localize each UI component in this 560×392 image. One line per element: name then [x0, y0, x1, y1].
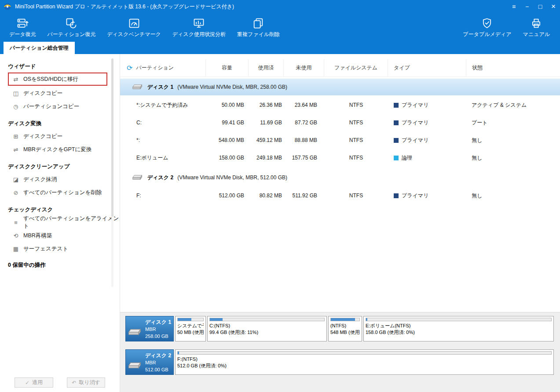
sidebar-section-wizard: ウィザード	[8, 63, 120, 70]
header-status: 状態	[466, 59, 560, 76]
toolbar-disk-usage-analysis[interactable]: ディスク使用状況分析	[167, 13, 231, 42]
sidebar-item-label: ディスク抹消	[23, 176, 57, 183]
primary-type-square	[394, 120, 399, 125]
sidebar-item-surface-test[interactable]: ▦ サーフェステスト	[0, 242, 120, 255]
surface-test-icon: ▦	[12, 246, 19, 252]
type-label: プライマリ	[402, 119, 428, 127]
partition-recovery-icon	[65, 17, 77, 29]
type-label: プライマリ	[402, 102, 428, 109]
disk2-map-size: 512.00 GB	[145, 366, 171, 373]
partition-used: 11.69 GB	[249, 120, 284, 126]
partition-name: *:システムで予約済み	[120, 102, 206, 109]
map-block-e-volume[interactable]: E:ボリューム(NTFS) 158.0 GB (使用済: 0%)	[363, 316, 554, 341]
toolbar-duplicate-file-remove[interactable]: 重複ファイル削除	[231, 13, 285, 42]
close-icon[interactable]: ×	[547, 0, 560, 13]
sidebar-item-label: パーティションコピー	[23, 103, 79, 110]
partition-capacity: 158.00 GB	[206, 155, 249, 161]
table-row-f-drive[interactable]: F: 512.00 GB 80.82 MB 511.92 GB NTFS プライ…	[120, 187, 560, 204]
header-type: タイプ	[388, 59, 466, 76]
toolbar: データ復元 パーティション復元 ディスクベンチマーク ディスク使用状況分析 重複…	[0, 13, 560, 42]
sidebar-item-disk-wipe[interactable]: ◪ ディスク抹消	[0, 173, 120, 186]
tab-partition-management[interactable]: パーティション総合管理	[4, 42, 75, 54]
map-block-f-drive[interactable]: F:(NTFS) 512.0 GB (使用済: 0%)	[175, 349, 554, 375]
partition-status: アクティブ & システム	[466, 102, 560, 109]
disk1-row[interactable]: ディスク 1 (VMware Virtual NVMe Disk, MBR, 2…	[120, 79, 560, 95]
sidebar-item-disk-copy[interactable]: ◫ ディスクコピー	[0, 87, 120, 100]
window-controls: ≡ − □ ×	[507, 0, 560, 13]
maximize-icon[interactable]: □	[534, 0, 547, 13]
map-block-title: F:(NTFS)	[177, 356, 552, 363]
sidebar-item-rebuild-mbr[interactable]: ⟲ MBR再構築	[0, 229, 120, 242]
disk2-map-name: ディスク 2	[145, 352, 171, 359]
apply-button[interactable]: ✓ 適用	[15, 377, 53, 388]
sidebar-item-label: ディスクコピー	[23, 90, 62, 97]
primary-type-square	[394, 103, 399, 108]
sidebar: ウィザード ⇄ OSをSSD/HDDに移行 ◫ ディスクコピー ◷ パーティショ…	[0, 54, 120, 392]
menu-icon[interactable]: ≡	[507, 0, 520, 13]
partition-status: ブート	[466, 119, 560, 127]
sidebar-item-label: MBRディスクをGPTに変換	[23, 146, 92, 153]
undo-button[interactable]: ↶ 取り消す	[67, 377, 105, 388]
sidebar-item-migrate-os[interactable]: ⇄ OSをSSD/HDDに移行	[8, 73, 107, 86]
toolbar-data-recovery[interactable]: データ復元	[4, 13, 42, 42]
partition-copy-icon: ◷	[12, 103, 19, 110]
map-block-system-reserved[interactable]: システムで予約 50 MB (使用済:	[175, 316, 206, 341]
disk1-info: (VMware Virtual NVMe Disk, MBR, 258.00 G…	[177, 84, 287, 90]
partition-unused: 511.92 GB	[284, 192, 324, 199]
sidebar-item-disk-copy-2[interactable]: ⊞ ディスクコピー	[0, 130, 120, 143]
toolbar-bootable-media[interactable]: ブータブルメディア	[457, 13, 517, 42]
minimize-icon[interactable]: −	[520, 0, 534, 13]
table-row-c-drive[interactable]: C: 99.41 GB 11.69 GB 87.72 GB NTFS プライマリ…	[120, 114, 560, 131]
disk-copy-icon: ⊞	[12, 133, 19, 140]
map-block-c-drive[interactable]: C:(NTFS) 99.4 GB (使用済: 11%)	[207, 316, 327, 341]
map-block-detail: 512.0 GB (使用済: 0%)	[177, 363, 552, 369]
sidebar-item-label: サーフェステスト	[23, 245, 68, 253]
sidebar-item-partition-copy[interactable]: ◷ パーティションコピー	[0, 100, 120, 113]
partition-type: プライマリ	[388, 192, 466, 200]
title-bar: MiniTool Partition Wizard プロ・アルティメット版 13…	[0, 0, 560, 13]
scrollbar-thumb[interactable]	[111, 58, 113, 217]
disk2-row[interactable]: ディスク 2 (VMware Virtual NVMe Disk, MBR, 5…	[120, 169, 560, 186]
map-block-unnamed[interactable]: (NTFS) 548 MB (使用	[328, 316, 362, 341]
toolbar-label: ディスクベンチマーク	[107, 31, 161, 38]
align-partitions-icon: ≡	[12, 219, 19, 226]
sidebar-scrollbar[interactable]	[111, 58, 113, 287]
header-unused: 未使用	[284, 59, 324, 76]
sidebar-section-disk-cleanup: ディスククリーンアップ	[8, 163, 120, 171]
map-block-title: E:ボリューム(NTFS)	[366, 323, 552, 329]
manual-icon	[530, 17, 542, 29]
partition-status: 無し	[466, 137, 560, 144]
sidebar-item-delete-all-partitions[interactable]: ⊘ すべてのパーティションを削除	[0, 186, 120, 199]
refresh-icon[interactable]: ⟳	[127, 65, 132, 72]
disk2-title: ディスク 2	[147, 174, 173, 181]
sidebar-item-align-all-partitions[interactable]: ≡ すべてのパーティションをアライメント	[0, 216, 120, 229]
header-capacity: 容量	[206, 59, 249, 76]
usage-bar	[330, 318, 360, 321]
sidebar-item-mbr-to-gpt[interactable]: ⇌ MBRディスクをGPTに変換	[0, 143, 120, 156]
partition-capacity: 548.00 MB	[206, 137, 249, 143]
disk1-map-scheme: MBR	[145, 326, 171, 333]
undo-icon: ↶	[72, 380, 76, 386]
toolbar-partition-recovery[interactable]: パーティション復元	[42, 13, 102, 42]
sidebar-section-check-disk: チェックディスク	[8, 206, 120, 214]
disk1-map-name: ディスク 1	[145, 319, 171, 326]
table-row-unnamed[interactable]: *: 548.00 MB 459.12 MB 88.88 MB NTFS プライ…	[120, 131, 560, 149]
sidebar-section-disk-conversion: ディスク変換	[8, 120, 120, 127]
primary-type-square	[394, 138, 399, 143]
table-row-system-reserved[interactable]: *:システムで予約済み 50.00 MB 26.36 MB 23.64 MB N…	[120, 96, 560, 114]
partition-filesystem: NTFS	[324, 137, 388, 143]
disk-icon	[132, 174, 143, 181]
os-migrate-icon: ⇄	[12, 76, 19, 83]
disk1-title: ディスク 1	[147, 83, 173, 91]
disk2-map-label[interactable]: ディスク 2 MBR 512.00 GB	[125, 349, 174, 375]
table-row-e-volume[interactable]: E:ボリューム 158.00 GB 249.18 MB 157.75 GB NT…	[120, 149, 560, 167]
toolbar-label: データ復元	[9, 31, 36, 38]
partition-type: プライマリ	[388, 102, 466, 109]
toolbar-manual[interactable]: マニュアル	[517, 13, 556, 42]
disk1-map-label[interactable]: ディスク 1 MBR 258.00 GB	[125, 316, 174, 341]
header-label: パーティション	[136, 64, 174, 72]
partition-filesystem: NTFS	[324, 120, 388, 126]
minitool-partition-wizard-window: MiniTool Partition Wizard プロ・アルティメット版 13…	[0, 0, 560, 392]
toolbar-disk-benchmark[interactable]: ディスクベンチマーク	[101, 13, 167, 42]
toolbar-label: ブータブルメディア	[463, 31, 511, 38]
